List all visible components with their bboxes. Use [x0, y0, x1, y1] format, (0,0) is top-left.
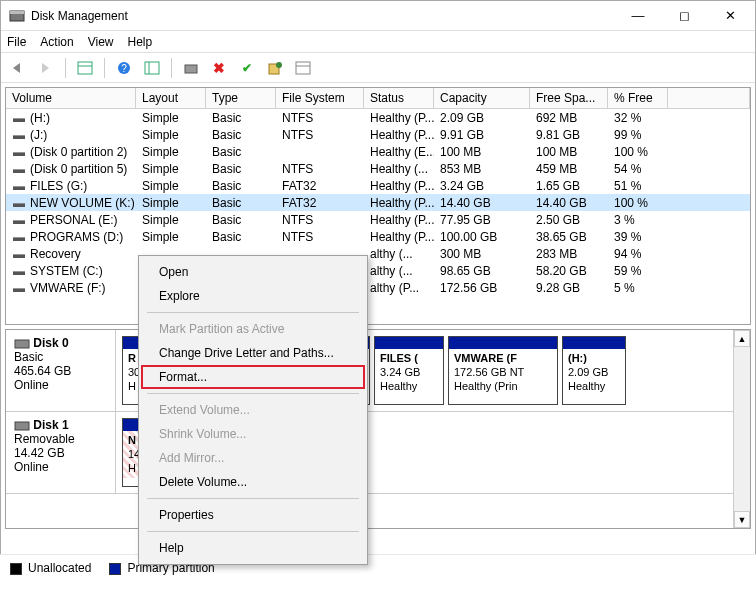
drive-icon: ▬ — [12, 162, 26, 176]
table-row[interactable]: ▬SYSTEM (C:)althy (...98.65 GB58.20 GB59… — [6, 262, 750, 279]
menu-separator — [147, 393, 359, 394]
menu-action[interactable]: Action — [40, 35, 73, 49]
legend-unallocated: Unallocated — [28, 561, 91, 575]
menu-item[interactable]: Delete Volume... — [141, 470, 365, 494]
toolbar: ? ✖ ✔ — [1, 53, 755, 83]
drive-icon: ▬ — [12, 281, 26, 295]
legend-swatch-unallocated — [10, 563, 22, 575]
window-title: Disk Management — [31, 9, 615, 23]
refresh-button[interactable] — [180, 57, 202, 79]
scroll-up[interactable]: ▲ — [734, 330, 750, 347]
table-row[interactable]: ▬(J:)SimpleBasicNTFSHealthy (P...9.91 GB… — [6, 126, 750, 143]
volume-list[interactable]: Volume Layout Type File System Status Ca… — [5, 87, 751, 325]
menu-item[interactable]: Format... — [141, 365, 365, 389]
menu-item: Add Mirror... — [141, 446, 365, 470]
col-capacity[interactable]: Capacity — [434, 88, 530, 108]
table-row[interactable]: ▬FILES (G:)SimpleBasicFAT32Healthy (P...… — [6, 177, 750, 194]
new-volume-icon[interactable] — [264, 57, 286, 79]
menu-item[interactable]: Change Drive Letter and Paths... — [141, 341, 365, 365]
svg-rect-14 — [15, 422, 29, 430]
svg-rect-2 — [78, 62, 92, 74]
partition-box[interactable]: FILES (3.24 GBHealthy — [374, 336, 444, 405]
app-icon — [9, 8, 25, 24]
menu-item[interactable]: Explore — [141, 284, 365, 308]
minimize-button[interactable]: — — [615, 2, 661, 30]
delete-icon[interactable]: ✖ — [208, 57, 230, 79]
menu-item: Shrink Volume... — [141, 422, 365, 446]
menu-help[interactable]: Help — [128, 35, 153, 49]
drive-icon: ▬ — [12, 196, 26, 210]
table-row[interactable]: ▬(H:)SimpleBasicNTFSHealthy (P...2.09 GB… — [6, 109, 750, 126]
maximize-button[interactable]: ◻ — [661, 2, 707, 30]
table-row[interactable]: ▬(Disk 0 partition 5)SimpleBasicNTFSHeal… — [6, 160, 750, 177]
partition-box[interactable]: (H:)2.09 GBHealthy — [562, 336, 626, 405]
table-row[interactable]: ▬PERSONAL (E:)SimpleBasicNTFSHealthy (P.… — [6, 211, 750, 228]
legend: Unallocated Primary partition — [0, 554, 756, 599]
menu-separator — [147, 531, 359, 532]
svg-point-10 — [276, 62, 282, 68]
properties-icon[interactable] — [292, 57, 314, 79]
disk-graphical-view[interactable]: Disk 0Basic465.64 GBOnlineR30HPERSONAL77… — [5, 329, 751, 529]
col-type[interactable]: Type — [206, 88, 276, 108]
drive-icon: ▬ — [12, 230, 26, 244]
drive-icon: ▬ — [12, 111, 26, 125]
back-button[interactable] — [7, 57, 29, 79]
drive-icon: ▬ — [12, 145, 26, 159]
svg-rect-13 — [15, 340, 29, 348]
col-freespace[interactable]: Free Spa... — [530, 88, 608, 108]
drive-icon: ▬ — [12, 128, 26, 142]
menu-item[interactable]: Properties — [141, 503, 365, 527]
svg-rect-6 — [145, 62, 159, 74]
col-filesystem[interactable]: File System — [276, 88, 364, 108]
title-bar: Disk Management — ◻ ✕ — [1, 1, 755, 31]
disk-info[interactable]: Disk 0Basic465.64 GBOnline — [6, 330, 116, 411]
svg-text:?: ? — [121, 63, 127, 74]
column-headers[interactable]: Volume Layout Type File System Status Ca… — [6, 88, 750, 109]
close-button[interactable]: ✕ — [707, 2, 753, 30]
menu-item[interactable]: Open — [141, 260, 365, 284]
col-volume[interactable]: Volume — [6, 88, 136, 108]
menu-file[interactable]: File — [7, 35, 26, 49]
col-status[interactable]: Status — [364, 88, 434, 108]
disk-row: Disk 1Removable14.42 GBOnlineN14H — [6, 412, 750, 494]
menu-item: Extend Volume... — [141, 398, 365, 422]
table-row[interactable]: ▬Recoveryalthy (...300 MB283 MB94 % — [6, 245, 750, 262]
table-row[interactable]: ▬PROGRAMS (D:)SimpleBasicNTFSHealthy (P.… — [6, 228, 750, 245]
scroll-down[interactable]: ▼ — [734, 511, 750, 528]
drive-icon: ▬ — [12, 213, 26, 227]
menu-view[interactable]: View — [88, 35, 114, 49]
drive-icon: ▬ — [12, 264, 26, 278]
menu-separator — [147, 312, 359, 313]
disk-row: Disk 0Basic465.64 GBOnlineR30HPERSONAL77… — [6, 330, 750, 412]
svg-rect-11 — [296, 62, 310, 74]
drive-icon: ▬ — [12, 179, 26, 193]
table-row[interactable]: ▬(Disk 0 partition 2)SimpleBasicHealthy … — [6, 143, 750, 160]
col-layout[interactable]: Layout — [136, 88, 206, 108]
table-row[interactable]: ▬VMWARE (F:)althy (P...172.56 GB9.28 GB5… — [6, 279, 750, 296]
legend-swatch-primary — [109, 563, 121, 575]
help-button[interactable]: ? — [113, 57, 135, 79]
menu-separator — [147, 498, 359, 499]
vertical-scrollbar[interactable]: ▲ ▼ — [733, 330, 750, 528]
col-pctfree[interactable]: % Free — [608, 88, 668, 108]
menu-bar: File Action View Help — [1, 31, 755, 53]
context-menu[interactable]: OpenExploreMark Partition as ActiveChang… — [138, 255, 368, 565]
settings-button[interactable] — [141, 57, 163, 79]
disk-info[interactable]: Disk 1Removable14.42 GBOnline — [6, 412, 116, 493]
table-row[interactable]: ▬NEW VOLUME (K:)SimpleBasicFAT32Healthy … — [6, 194, 750, 211]
check-icon[interactable]: ✔ — [236, 57, 258, 79]
svg-rect-8 — [185, 65, 197, 73]
forward-button[interactable] — [35, 57, 57, 79]
drive-icon: ▬ — [12, 247, 26, 261]
svg-rect-1 — [10, 11, 24, 14]
menu-item[interactable]: Help — [141, 536, 365, 560]
show-hide-button[interactable] — [74, 57, 96, 79]
partition-box[interactable]: VMWARE (F172.56 GB NTHealthy (Prin — [448, 336, 558, 405]
menu-item: Mark Partition as Active — [141, 317, 365, 341]
